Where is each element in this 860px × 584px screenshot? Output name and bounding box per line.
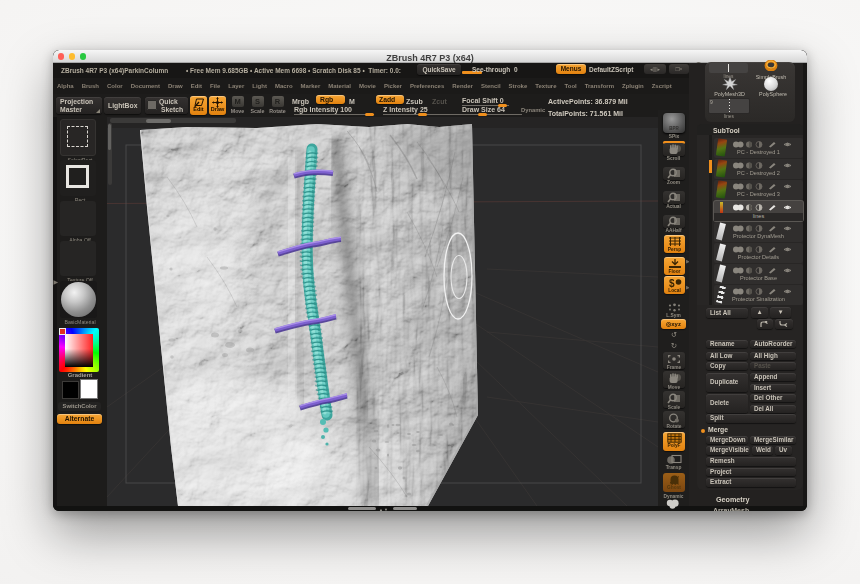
svg-text:$: $	[669, 278, 675, 288]
